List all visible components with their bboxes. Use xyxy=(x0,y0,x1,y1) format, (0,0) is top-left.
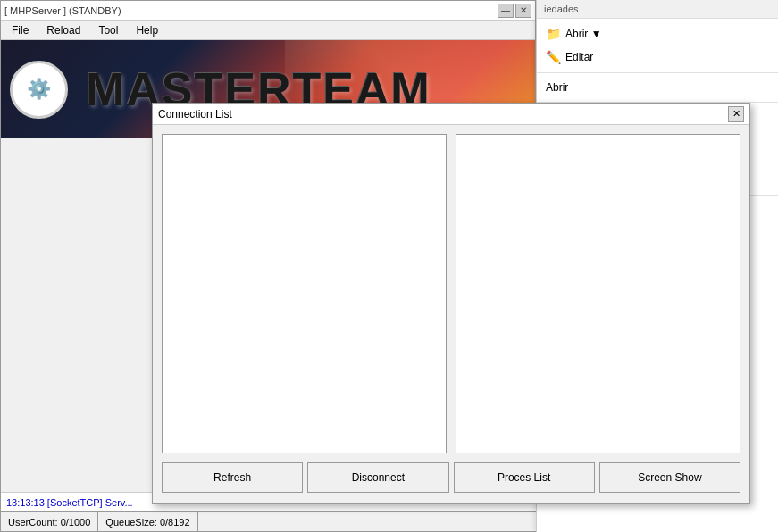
context-edit-label: Editar xyxy=(565,51,593,63)
open-bottom-label: Abrir xyxy=(546,81,568,94)
title-bar-buttons: — ✕ xyxy=(498,4,531,18)
context-open-section: 📁 Abrir ▼ ✏️ Editar xyxy=(537,19,778,73)
connection-list-right[interactable] xyxy=(456,134,740,453)
menu-help[interactable]: Help xyxy=(132,22,162,38)
refresh-button[interactable]: Refresh xyxy=(162,462,303,493)
context-edit-row[interactable]: ✏️ Editar xyxy=(537,46,778,69)
disconnect-button[interactable]: Disconnect xyxy=(307,462,448,493)
dialog-close-button[interactable]: ✕ xyxy=(728,106,744,122)
open-icon: 📁 xyxy=(544,25,562,43)
context-open-row[interactable]: 📁 Abrir ▼ xyxy=(537,22,778,46)
dialog-content: Refresh Disconnect Proces List Screen Sh… xyxy=(153,125,749,503)
dialog-title: Connection List xyxy=(158,108,232,121)
screen-show-button[interactable]: Screen Show xyxy=(599,462,740,493)
context-open-label: Abrir ▼ xyxy=(565,28,602,40)
user-count-status: UserCount: 0/1000 xyxy=(1,512,98,531)
menu-file[interactable]: File xyxy=(8,22,32,38)
logo-text: ⚙️ xyxy=(27,78,51,101)
context-open-bottom-section: Abrir xyxy=(537,73,778,103)
close-button[interactable]: ✕ xyxy=(515,4,531,18)
menu-bar: File Reload Tool Help xyxy=(1,21,535,40)
window-title: [ MHPServer ] (STANDBY) xyxy=(4,5,121,16)
menu-tool[interactable]: Tool xyxy=(95,22,121,38)
dialog-buttons-row: Refresh Disconnect Proces List Screen Sh… xyxy=(162,462,740,495)
logo: ⚙️ xyxy=(10,61,68,119)
minimize-button[interactable]: — xyxy=(498,4,514,18)
status-bar: UserCount: 0/1000 QueueSize: 0/8192 xyxy=(1,511,537,531)
context-open-bottom-row[interactable]: Abrir xyxy=(537,77,778,98)
log-text: 13:13:13 [SocketTCP] Serv... xyxy=(6,497,133,508)
queue-size-status: QueueSize: 0/8192 xyxy=(98,512,197,531)
title-bar: [ MHPServer ] (STANDBY) — ✕ xyxy=(1,1,535,21)
edit-icon: ✏️ xyxy=(544,48,562,66)
process-list-button[interactable]: Proces List xyxy=(454,462,595,493)
lists-row xyxy=(162,134,740,453)
connection-list-left[interactable] xyxy=(162,134,447,453)
connection-list-dialog: Connection List ✕ Refresh Disconnect Pro… xyxy=(152,103,750,504)
menu-reload[interactable]: Reload xyxy=(43,22,84,38)
dialog-title-bar: Connection List ✕ xyxy=(153,104,749,125)
right-panel-header: iedades xyxy=(537,0,778,19)
